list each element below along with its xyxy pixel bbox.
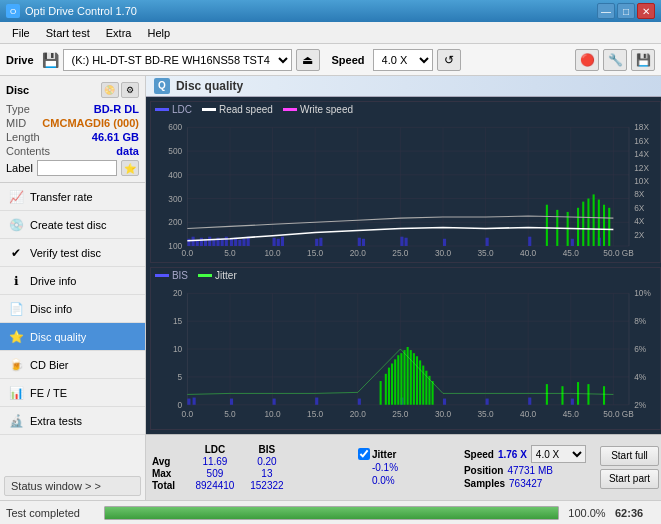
svg-rect-130 xyxy=(443,399,446,405)
svg-text:2%: 2% xyxy=(634,401,647,410)
svg-text:2X: 2X xyxy=(634,231,645,240)
start-part-button[interactable]: Start part xyxy=(600,469,659,489)
nav-label-cd-bier: CD Bier xyxy=(30,359,69,371)
svg-text:16X: 16X xyxy=(634,137,649,146)
svg-rect-139 xyxy=(397,355,399,405)
disc-label-btn[interactable]: ⭐ xyxy=(121,160,139,176)
verify-test-disc-icon: ✔ xyxy=(8,245,24,261)
svg-rect-79 xyxy=(587,198,589,245)
speed-select-stat[interactable]: 1.0 X2.0 X4.0 X8.0 X xyxy=(531,445,586,463)
disc-label-label: Label xyxy=(6,162,33,174)
svg-text:14X: 14X xyxy=(634,150,649,159)
svg-rect-54 xyxy=(225,236,228,245)
nav-item-drive-info[interactable]: ℹ Drive info xyxy=(0,267,145,295)
disc-mid-label: MID xyxy=(6,117,26,129)
svg-text:10: 10 xyxy=(173,345,183,354)
nav-item-fe-te[interactable]: 📊 FE / TE xyxy=(0,379,145,407)
nav-label-fe-te: FE / TE xyxy=(30,387,67,399)
minimize-button[interactable]: — xyxy=(597,3,615,19)
svg-text:20: 20 xyxy=(173,290,183,299)
stat-avg-bis: 0.20 xyxy=(242,456,292,467)
nav-item-cd-bier[interactable]: 🍺 CD Bier xyxy=(0,351,145,379)
chart1-svg: 600 500 400 300 200 100 18X 16X 14X 12X … xyxy=(151,117,660,261)
disc-contents-label: Contents xyxy=(6,145,50,157)
nav-item-extra-tests[interactable]: 🔬 Extra tests xyxy=(0,407,145,435)
disc-icon-2[interactable]: ⚙ xyxy=(121,82,139,98)
nav-item-verify-test-disc[interactable]: ✔ Verify test disc xyxy=(0,239,145,267)
disc-icon-1[interactable]: 📀 xyxy=(101,82,119,98)
svg-text:100: 100 xyxy=(168,242,182,251)
jitter-max: 0.0% xyxy=(358,475,458,486)
refresh-button[interactable]: ↺ xyxy=(437,49,461,71)
svg-rect-132 xyxy=(528,398,531,405)
svg-rect-144 xyxy=(413,353,415,405)
toolbar: Drive 💾 (K:) HL-DT-ST BD-RE WH16NS58 TST… xyxy=(0,44,661,76)
drive-info-icon: ℹ xyxy=(8,273,24,289)
status-window-button[interactable]: Status window > > xyxy=(4,476,141,496)
svg-text:12X: 12X xyxy=(634,163,649,172)
svg-rect-61 xyxy=(277,239,280,246)
svg-text:5.0: 5.0 xyxy=(224,410,236,419)
svg-rect-55 xyxy=(230,239,233,246)
toolbar-btn-3[interactable]: 💾 xyxy=(631,49,655,71)
nav-item-transfer-rate[interactable]: 📈 Transfer rate xyxy=(0,183,145,211)
disc-quality-header: Q Disc quality xyxy=(146,76,661,97)
nav-item-create-test-disc[interactable]: 💿 Create test disc xyxy=(0,211,145,239)
close-button[interactable]: ✕ xyxy=(637,3,655,19)
samples-value: 763427 xyxy=(509,478,542,489)
bis-legend: BIS xyxy=(155,270,188,281)
disc-label-input[interactable] xyxy=(37,160,117,176)
time-display: 62:36 xyxy=(615,507,655,519)
menu-help[interactable]: Help xyxy=(139,25,178,41)
svg-rect-50 xyxy=(208,236,211,245)
drive-select[interactable]: (K:) HL-DT-ST BD-RE WH16NS58 TST4 xyxy=(63,49,292,71)
svg-text:200: 200 xyxy=(168,218,182,227)
speed-select[interactable]: 1.0 X 2.0 X 4.0 X 6.0 X 8.0 X xyxy=(373,49,433,71)
sidebar: Disc 📀 ⚙ Type BD-R DL MID CMCMAGDI6 (000… xyxy=(0,76,146,500)
nav-label-verify-test-disc: Verify test disc xyxy=(30,247,101,259)
nav-label-transfer-rate: Transfer rate xyxy=(30,191,93,203)
svg-text:0.0: 0.0 xyxy=(182,410,194,419)
disc-type-label: Type xyxy=(6,103,30,115)
svg-rect-146 xyxy=(419,361,421,405)
progress-pct: 100.0% xyxy=(567,507,607,519)
svg-text:45.0: 45.0 xyxy=(563,410,580,419)
svg-text:6%: 6% xyxy=(634,345,647,354)
svg-rect-78 xyxy=(582,201,584,245)
menu-start-test[interactable]: Start test xyxy=(38,25,98,41)
svg-text:5.0: 5.0 xyxy=(224,249,236,258)
app-icon: O xyxy=(6,4,20,18)
start-full-button[interactable]: Start full xyxy=(600,446,659,466)
toolbar-btn-1[interactable]: 🔴 xyxy=(575,49,599,71)
svg-rect-65 xyxy=(358,238,361,246)
eject-button[interactable]: ⏏ xyxy=(296,49,320,71)
stat-max-ldc: 509 xyxy=(190,468,240,479)
svg-rect-135 xyxy=(385,374,387,405)
svg-rect-124 xyxy=(192,398,195,405)
jitter-checkbox[interactable] xyxy=(358,448,370,460)
nav-label-create-test-disc: Create test disc xyxy=(30,219,106,231)
svg-rect-126 xyxy=(272,399,275,405)
disc-contents-value: data xyxy=(116,145,139,157)
svg-rect-74 xyxy=(546,204,548,245)
svg-text:10.0: 10.0 xyxy=(264,249,281,258)
toolbar-btn-2[interactable]: 🔧 xyxy=(603,49,627,71)
svg-rect-57 xyxy=(238,240,241,246)
menu-extra[interactable]: Extra xyxy=(98,25,140,41)
svg-text:40.0: 40.0 xyxy=(520,249,537,258)
menu-file[interactable]: File xyxy=(4,25,38,41)
svg-rect-125 xyxy=(230,399,233,405)
maximize-button[interactable]: □ xyxy=(617,3,635,19)
stat-max-bis: 13 xyxy=(242,468,292,479)
svg-rect-45 xyxy=(187,239,190,246)
svg-text:400: 400 xyxy=(168,171,182,180)
svg-text:20.0: 20.0 xyxy=(350,410,367,419)
nav-item-disc-info[interactable]: 📄 Disc info xyxy=(0,295,145,323)
nav-item-disc-quality[interactable]: ⭐ Disc quality xyxy=(0,323,145,351)
svg-text:30.0: 30.0 xyxy=(435,249,452,258)
disc-quality-icon: ⭐ xyxy=(8,329,24,345)
svg-text:50.0 GB: 50.0 GB xyxy=(603,249,634,258)
svg-rect-131 xyxy=(486,399,489,405)
disc-length-value: 46.61 GB xyxy=(92,131,139,143)
svg-text:15.0: 15.0 xyxy=(307,249,324,258)
